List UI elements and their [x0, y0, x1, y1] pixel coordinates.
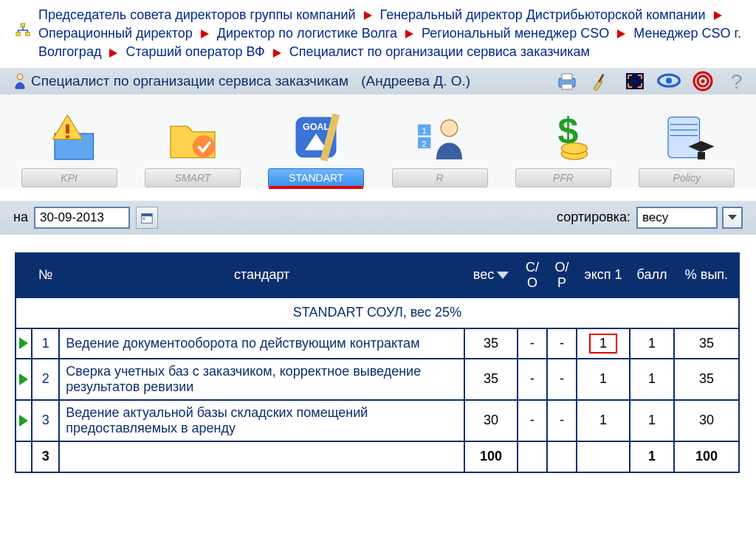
svg-rect-30 — [668, 117, 700, 157]
sort-desc-icon — [497, 272, 509, 279]
svg-point-29 — [561, 142, 587, 154]
cell-op: - — [547, 328, 577, 359]
breadcrumb-sep-icon — [364, 11, 372, 20]
cell-op: - — [547, 359, 577, 400]
cell-ves: 35 — [464, 328, 518, 359]
tab-bar: KPISMARTGOALSTANDART12R$PFRPolicy — [0, 94, 756, 187]
folder-check-icon — [163, 108, 222, 167]
col-num[interactable]: № — [32, 253, 59, 297]
people-rank-icon: 12 — [410, 108, 470, 167]
cell-num: 2 — [32, 359, 59, 400]
broom-icon[interactable] — [589, 71, 613, 92]
cell-ves: 30 — [464, 400, 518, 441]
col-name[interactable]: стандарт — [59, 253, 464, 297]
svg-rect-16 — [66, 124, 69, 134]
target-icon[interactable] — [691, 71, 715, 92]
titlebar-user: (Андреева Д. О.) — [361, 73, 470, 89]
svg-text:?: ? — [731, 71, 743, 92]
money-dollar-icon: $ — [534, 108, 593, 167]
breadcrumb-item[interactable]: Председатель совета директоров группы ко… — [38, 7, 356, 22]
print-icon[interactable] — [555, 71, 579, 92]
tab-standart[interactable]: GOALSTANDART — [264, 108, 368, 187]
table-row: 3Ведение актуальной базы складских помещ… — [16, 400, 739, 441]
breadcrumb-sep-icon — [617, 30, 625, 38]
cell-vyp: 35 — [674, 359, 739, 400]
date-input[interactable] — [34, 207, 130, 229]
cell-eksp[interactable]: 1 — [577, 400, 630, 441]
titlebar-role: Специалист по организации сервиса заказч… — [31, 73, 348, 89]
cell-name[interactable]: Ведение документооборота по действующим … — [59, 328, 464, 359]
svg-rect-31 — [698, 152, 705, 159]
breadcrumb[interactable]: Председатель совета директоров группы ко… — [38, 4, 749, 62]
tab-button[interactable]: R — [392, 168, 488, 187]
calendar-icon[interactable] — [136, 207, 158, 229]
table-row: 1Ведение документооборота по действующим… — [16, 328, 739, 359]
svg-rect-17 — [66, 135, 69, 138]
goal-badge-icon: GOAL — [286, 108, 346, 167]
tab-kpi[interactable]: KPI — [18, 108, 121, 187]
tab-r[interactable]: 12R — [388, 108, 492, 187]
cell-name[interactable]: Сверка учетных баз с заказчиком, коррект… — [59, 359, 464, 400]
expand-row-icon[interactable] — [16, 328, 32, 359]
title-bar: Специалист по организации сервиса заказч… — [0, 68, 756, 94]
col-op[interactable]: О/Р — [547, 253, 577, 297]
total-vyp: 100 — [674, 441, 739, 472]
breadcrumb-item[interactable]: Операционный директор — [38, 26, 193, 41]
svg-rect-5 — [562, 74, 572, 80]
svg-rect-1 — [16, 32, 21, 36]
warning-grid-icon — [40, 108, 99, 167]
svg-text:1: 1 — [422, 126, 426, 135]
expand-row-icon[interactable] — [16, 400, 32, 441]
tab-button[interactable]: SMART — [145, 168, 241, 187]
cell-co: - — [518, 400, 547, 441]
svg-text:GOAL: GOAL — [303, 122, 329, 132]
sort-dropdown-icon[interactable] — [722, 207, 743, 229]
svg-rect-33 — [142, 213, 152, 216]
tab-button[interactable]: STANDART — [268, 168, 364, 187]
breadcrumb-sep-icon — [714, 11, 722, 20]
svg-point-10 — [666, 78, 672, 84]
col-ves[interactable]: вес — [464, 253, 518, 297]
svg-point-13 — [701, 79, 705, 83]
col-vyp[interactable]: % вып. — [674, 253, 739, 297]
tab-smart[interactable]: SMART — [141, 108, 244, 187]
sort-label: сортировка: — [557, 210, 630, 225]
tab-button[interactable]: Policy — [639, 168, 735, 187]
breadcrumb-item[interactable]: Генеральный директор Дистрибьюторской ко… — [380, 7, 706, 22]
col-expand — [16, 253, 32, 297]
breadcrumb-item[interactable]: Региональный менеджер CSO — [422, 26, 609, 41]
col-co[interactable]: С/О — [518, 253, 547, 297]
svg-rect-2 — [26, 32, 30, 36]
cell-name[interactable]: Ведение актуальной базы складских помеще… — [59, 400, 464, 441]
cell-ball: 1 — [630, 400, 674, 441]
breadcrumb-sep-icon — [201, 30, 209, 38]
eye-icon[interactable] — [657, 71, 681, 92]
tab-button[interactable]: PFR — [515, 168, 611, 187]
breadcrumb-sep-icon — [109, 49, 117, 58]
cell-vyp: 30 — [674, 400, 739, 441]
cell-op: - — [547, 400, 577, 441]
svg-rect-34 — [143, 218, 145, 220]
cell-co: - — [518, 328, 547, 359]
breadcrumb-item[interactable]: Директор по логистике Волга — [217, 26, 397, 41]
total-count: 3 — [32, 441, 59, 472]
tab-policy[interactable]: Policy — [635, 108, 738, 187]
sort-select[interactable] — [636, 207, 718, 229]
col-ball[interactable]: балл — [630, 253, 674, 297]
expand-row-icon[interactable] — [16, 359, 32, 400]
col-eksp[interactable]: эксп 1 — [577, 253, 630, 297]
fullscreen-icon[interactable] — [623, 71, 647, 92]
tab-pfr[interactable]: $PFR — [512, 108, 615, 187]
svg-rect-6 — [562, 84, 572, 89]
breadcrumb-item[interactable]: Специалист по организации сервиса заказч… — [289, 44, 590, 59]
doc-cap-icon — [657, 108, 716, 167]
standards-table: № стандарт вес С/О О/Р эксп 1 балл % вып… — [15, 252, 740, 473]
help-icon[interactable]: ? — [725, 71, 749, 92]
tab-button[interactable]: KPI — [21, 168, 117, 187]
cell-ball: 1 — [630, 359, 674, 400]
cell-eksp[interactable]: 1 — [577, 328, 630, 359]
svg-point-26 — [441, 120, 458, 137]
cell-eksp[interactable]: 1 — [577, 359, 630, 400]
filter-bar: на сортировка: — [0, 201, 756, 235]
breadcrumb-item[interactable]: Старший оператор ВФ — [126, 44, 264, 59]
